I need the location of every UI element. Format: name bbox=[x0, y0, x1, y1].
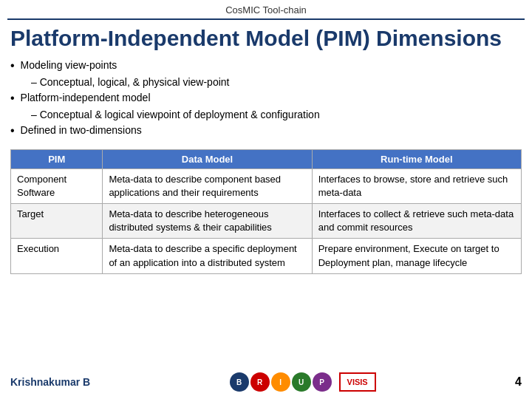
table-body: Component SoftwareMeta-data to describe … bbox=[11, 168, 522, 273]
footer-page: 4 bbox=[515, 375, 522, 389]
bullet-text: Modeling view-points bbox=[21, 58, 117, 73]
table-header-pim: PIM bbox=[11, 149, 103, 168]
table-header-data: Data Model bbox=[103, 149, 312, 168]
bullet-dot: • bbox=[10, 58, 15, 74]
bullet-item: •Defined in two-dimensions bbox=[10, 123, 522, 139]
doc-logo: BRIUP bbox=[230, 372, 332, 392]
visis-logo: VISIS bbox=[339, 372, 376, 392]
table-row: TargetMeta-data to describe heterogeneou… bbox=[11, 204, 522, 239]
table-cell: Prepare environment, Execute on target t… bbox=[312, 239, 521, 273]
slide: CosMIC Tool-chain Platform-Independent M… bbox=[0, 0, 532, 399]
table-cell: Interfaces to browse, store and retrieve… bbox=[312, 168, 521, 203]
table-cell: Meta-data to describe a specific deploym… bbox=[103, 239, 312, 273]
table-cell: Execution bbox=[11, 239, 103, 273]
header-title: CosMIC Tool-chain bbox=[0, 0, 532, 18]
bullet-item: •Platform-independent model bbox=[10, 90, 522, 106]
pim-table: PIM Data Model Run-time Model Component … bbox=[10, 149, 522, 274]
main-title: Platform-Independent Model (PIM) Dimensi… bbox=[0, 20, 532, 56]
bullets-section: •Modeling view-points– Conceptual, logic… bbox=[0, 56, 532, 146]
table-cell: Component Software bbox=[11, 168, 103, 203]
bullet-item: •Modeling view-points bbox=[10, 58, 522, 74]
bullet-text: Defined in two-dimensions bbox=[21, 123, 142, 138]
doc-logo-circle: R bbox=[250, 372, 270, 392]
doc-logo-circle: B bbox=[230, 372, 249, 392]
doc-logo-circle: I bbox=[271, 372, 290, 392]
table-cell: Meta-data to describe heterogeneous dist… bbox=[103, 204, 312, 239]
sub-bullet-text: – Conceptual & logical viewpoint of depl… bbox=[10, 107, 522, 123]
table-row: Component SoftwareMeta-data to describe … bbox=[11, 168, 522, 203]
table-header-run: Run-time Model bbox=[312, 149, 521, 168]
table-cell: Target bbox=[11, 204, 103, 239]
table-cell: Meta-data to describe component based ap… bbox=[103, 168, 312, 203]
sub-bullet-text: – Conceptual, logical, & physical view-p… bbox=[10, 75, 522, 90]
bullet-text: Platform-independent model bbox=[21, 90, 151, 106]
table-cell: Interfaces to collect & retrieve such me… bbox=[312, 204, 521, 239]
footer-name: Krishnakumar B bbox=[10, 376, 90, 388]
bullet-dot: • bbox=[10, 123, 15, 139]
footer: Krishnakumar B BRIUP VISIS 4 bbox=[0, 372, 532, 392]
doc-logo-circle: U bbox=[292, 372, 311, 392]
doc-logo-circle: P bbox=[313, 372, 332, 392]
table-row: ExecutionMeta-data to describe a specifi… bbox=[11, 239, 522, 273]
footer-logos: BRIUP VISIS bbox=[230, 372, 376, 392]
bullet-dot: • bbox=[10, 90, 15, 106]
